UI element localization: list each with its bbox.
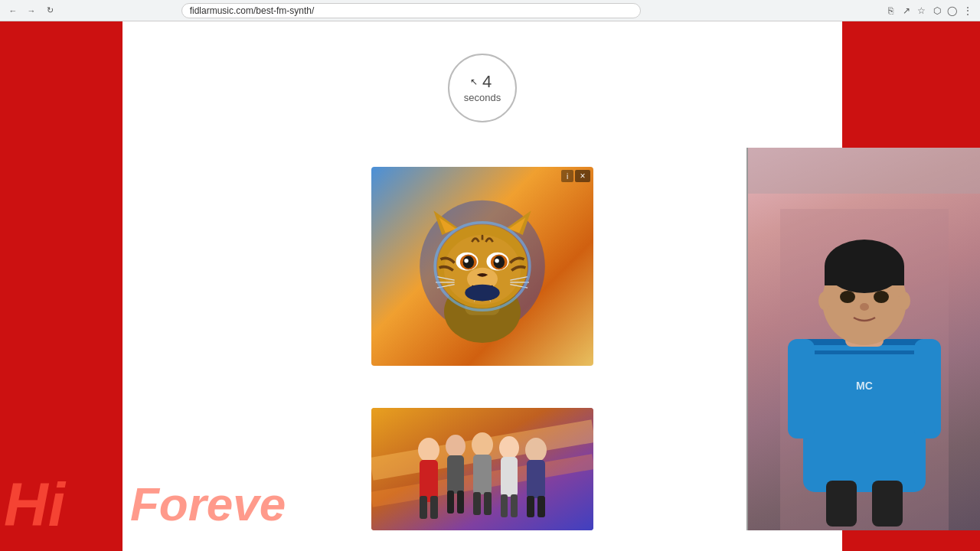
tiger-image bbox=[410, 190, 555, 343]
svg-rect-56 bbox=[914, 339, 941, 439]
svg-rect-37 bbox=[447, 491, 454, 514]
svg-rect-50 bbox=[537, 496, 545, 517]
svg-rect-41 bbox=[473, 492, 481, 515]
svg-text:MC: MC bbox=[856, 380, 873, 392]
browser-toolbar: ← → ↻ fidlarmusic.com/best-fm-synth/ ⎘ ↗… bbox=[0, 0, 980, 21]
ceiling-detail bbox=[748, 148, 980, 194]
svg-rect-38 bbox=[457, 491, 464, 514]
share-icon[interactable]: ↗ bbox=[900, 5, 913, 17]
svg-point-35 bbox=[446, 435, 466, 458]
cast-icon[interactable]: ⎘ bbox=[885, 5, 897, 17]
svg-rect-69 bbox=[872, 481, 903, 527]
ad-info-icon[interactable]: i bbox=[561, 170, 573, 182]
svg-rect-40 bbox=[473, 455, 492, 494]
cursor-icon: ↖ bbox=[470, 77, 478, 87]
svg-point-62 bbox=[874, 291, 889, 303]
svg-rect-55 bbox=[788, 339, 815, 439]
svg-point-65 bbox=[898, 292, 910, 310]
svg-rect-46 bbox=[511, 494, 518, 517]
forever-text: Foreve bbox=[130, 481, 286, 528]
svg-point-15 bbox=[464, 259, 468, 262]
person-silhouette: MC bbox=[780, 209, 949, 530]
svg-rect-34 bbox=[430, 496, 438, 519]
svg-point-31 bbox=[418, 438, 439, 462]
svg-point-39 bbox=[472, 432, 493, 457]
ad-close-button[interactable]: × bbox=[575, 170, 590, 182]
svg-rect-45 bbox=[501, 494, 508, 517]
svg-point-61 bbox=[840, 291, 855, 303]
svg-rect-42 bbox=[484, 492, 492, 515]
svg-rect-54 bbox=[803, 350, 926, 354]
red-panel-left: Hi bbox=[0, 21, 122, 551]
svg-rect-49 bbox=[527, 496, 534, 517]
profile-icon[interactable]: ◯ bbox=[946, 5, 959, 17]
svg-rect-48 bbox=[527, 460, 545, 498]
countdown-circle: ↖ 4 seconds bbox=[448, 54, 517, 122]
countdown-label: seconds bbox=[464, 92, 501, 103]
svg-rect-32 bbox=[420, 460, 438, 502]
hi-text-overlay: Hi bbox=[4, 474, 65, 536]
ad-group[interactable] bbox=[371, 408, 593, 530]
settings-icon[interactable]: ⋮ bbox=[962, 5, 974, 17]
svg-point-43 bbox=[499, 436, 519, 459]
refresh-button[interactable]: ↻ bbox=[43, 4, 57, 18]
svg-point-20 bbox=[465, 285, 499, 302]
webcam-background: MC bbox=[748, 148, 980, 530]
back-button[interactable]: ← bbox=[6, 4, 20, 18]
forward-button[interactable]: → bbox=[24, 4, 38, 18]
svg-rect-33 bbox=[420, 496, 427, 519]
browser-actions: ⎘ ↗ ☆ ⬡ ◯ ⋮ bbox=[885, 5, 974, 17]
webcam-overlay: MC bbox=[746, 148, 980, 530]
url-bar[interactable]: fidlarmusic.com/best-fm-synth/ bbox=[181, 3, 641, 18]
countdown-number: 4 bbox=[482, 73, 492, 90]
extension-icon[interactable]: ⬡ bbox=[931, 5, 943, 17]
svg-point-63 bbox=[860, 303, 869, 311]
group-image bbox=[371, 408, 593, 530]
svg-rect-44 bbox=[501, 457, 518, 497]
ad-tiger[interactable]: i × bbox=[371, 167, 593, 366]
svg-rect-52 bbox=[803, 339, 926, 492]
content-area: ↖ 4 seconds i × bbox=[122, 21, 842, 551]
page-container: Hi ↖ 4 seconds i × bbox=[0, 21, 980, 551]
bookmark-icon[interactable]: ☆ bbox=[916, 5, 928, 17]
svg-point-13 bbox=[463, 256, 475, 268]
svg-point-14 bbox=[494, 256, 505, 268]
svg-rect-68 bbox=[826, 481, 857, 527]
svg-rect-60 bbox=[825, 266, 904, 285]
svg-point-47 bbox=[525, 438, 547, 462]
svg-point-64 bbox=[818, 292, 831, 310]
svg-rect-36 bbox=[447, 455, 464, 494]
svg-point-16 bbox=[495, 259, 498, 262]
